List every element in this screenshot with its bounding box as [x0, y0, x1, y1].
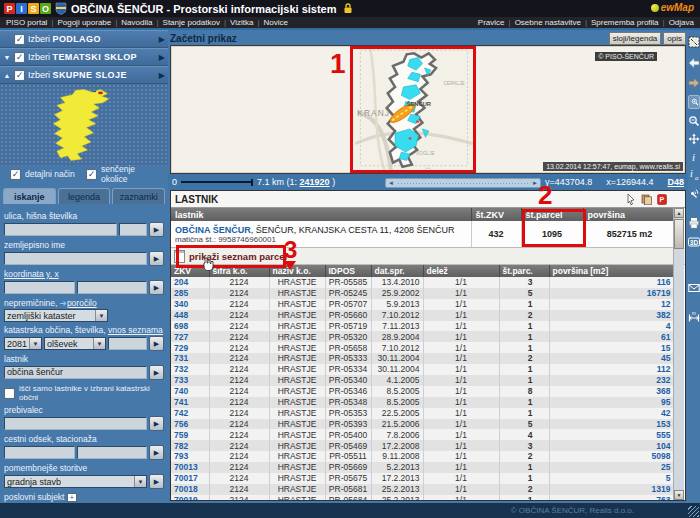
owner-col-zkv[interactable]: št.ZKV: [471, 208, 521, 221]
menu-link-pogoji-uporabe[interactable]: Pogoji uporabe: [57, 18, 111, 27]
parcel-row[interactable]: 7292124HRASTJEPR-056587.10.20121/1115: [171, 342, 676, 353]
parcels-col-2[interactable]: naziv k.o.: [269, 265, 325, 277]
parcels-col-5[interactable]: delež: [423, 265, 499, 277]
parcel-row[interactable]: 6982124HRASTJEPR-057197.11.20131/114: [171, 321, 676, 332]
road-search-button[interactable]: ▶: [149, 445, 164, 460]
overview-map[interactable]: [0, 84, 168, 166]
cadastral-number-input[interactable]: [108, 337, 147, 350]
cadastral-list-link[interactable]: vnos seznama: [108, 325, 163, 335]
owner-name-link[interactable]: OBČINA ŠENČUR: [175, 225, 251, 235]
menu-link-osebne-nastavitve[interactable]: Osebne nastavitve: [515, 18, 581, 27]
parcel-row[interactable]: 7932124HRASTJEPR-055119.11.20081/125098: [171, 451, 676, 462]
road-section-input[interactable]: [4, 446, 75, 459]
parcel-row[interactable]: 700192124HRASTJEPR-0568425.2.20131/11763: [171, 495, 676, 501]
layer-checkbox[interactable]: [14, 52, 25, 63]
accordion-toggle-icon[interactable]: ▲: [3, 72, 11, 79]
parcels-col-1[interactable]: šifra k.o.: [209, 265, 269, 277]
tab-iskanje[interactable]: iskanje: [3, 188, 56, 204]
cadastral-search-button[interactable]: ▶: [149, 336, 164, 351]
gps-icon[interactable]: [688, 185, 700, 199]
menu-link-piso-portal[interactable]: PISO portal: [6, 18, 47, 27]
parcels-col-0[interactable]: ZKV: [171, 265, 209, 277]
services-select[interactable]: gradnja stavb ▼: [4, 475, 147, 488]
menu-link-sprememba-profila[interactable]: Sprememba profila: [591, 18, 659, 27]
parcel-row[interactable]: 700182124HRASTJEPR-0568125.2.20131/12131…: [171, 484, 676, 495]
house-number-input[interactable]: [119, 223, 147, 236]
parcel-row[interactable]: 2042124HRASTJEPR-0558513.4.20101/13116: [171, 277, 676, 288]
street-search-button[interactable]: ▶: [149, 222, 164, 237]
zoom-out-icon[interactable]: [688, 114, 700, 128]
parcel-row[interactable]: 7402124HRASTJEPR-053468.5.20051/18368: [171, 386, 676, 397]
parcel-row[interactable]: 2852124HRASTJEPR-0524525.9.20021/1516719: [171, 288, 676, 299]
description-button[interactable]: opis: [663, 32, 686, 45]
coordinate-search-button[interactable]: ▶: [149, 280, 164, 295]
cadastral-code-select[interactable]: 2081 ▼: [4, 337, 42, 350]
parcel-row[interactable]: 3402124HRASTJEPR-057075.9.20131/1112: [171, 299, 676, 310]
show-parcels-link[interactable]: prikaži seznam parcel: [189, 251, 287, 262]
coordinate-x-input[interactable]: [77, 281, 148, 294]
parcels-col-7[interactable]: površina [m2]: [549, 265, 676, 277]
parcel-row[interactable]: 7272124HRASTJEPR-0532028.9.20041/1161: [171, 331, 676, 342]
pan-icon[interactable]: [688, 132, 700, 146]
geoname-search-button[interactable]: ▶: [149, 251, 164, 266]
coordinate-y-input[interactable]: [4, 281, 75, 294]
print-icon[interactable]: [688, 216, 700, 230]
piso-logo[interactable]: PISO: [4, 3, 51, 14]
pdf-icon[interactable]: P: [657, 194, 667, 205]
back-icon[interactable]: [688, 56, 700, 70]
parcel-row[interactable]: 7422124HRASTJEPR-0535322.5.20051/1142: [171, 408, 676, 419]
scroll-thumb[interactable]: [674, 219, 684, 249]
menu-link-odjava[interactable]: Odjava: [669, 18, 694, 27]
accordion-skupne-sloje[interactable]: ▲Izberi SKUPNE SLOJE▶: [0, 66, 168, 84]
menu-link-stanje-podatkov[interactable]: Stanje podatkov: [163, 18, 220, 27]
zoom-in-icon[interactable]: [688, 95, 700, 109]
parcel-row[interactable]: 7562124HRASTJEPR-0539321.5.20061/15153: [171, 419, 676, 430]
mail-icon[interactable]: [688, 281, 700, 295]
owner-input[interactable]: občina šenčur: [4, 366, 147, 379]
street-input[interactable]: [4, 223, 117, 236]
parcel-row[interactable]: 7592124HRASTJEPR-054007.8.20061/14555: [171, 429, 676, 440]
scroll-down-icon[interactable]: ▼: [674, 490, 684, 500]
realestate-select[interactable]: zemljiški kataster ▼: [4, 309, 108, 322]
forward-icon[interactable]: [688, 76, 700, 90]
parcel-row[interactable]: 7332124HRASTJEPR-053404.1.20051/11232: [171, 375, 676, 386]
threed-icon[interactable]: 3D: [688, 235, 700, 249]
owner-col-lastnik[interactable]: lastnik: [171, 208, 471, 221]
panel-splitter[interactable]: ◄ ►: [385, 178, 541, 188]
info-g-icon[interactable]: ig: [688, 167, 700, 181]
parcel-row[interactable]: 700132124HRASTJEPR-056695.2.20131/1125: [171, 462, 676, 473]
accordion-toggle-icon[interactable]: ▼: [3, 54, 11, 61]
resident-search-button[interactable]: ▶: [149, 416, 164, 431]
map-canvas[interactable]: KRANJ ŠENČUR CERKLJE VOGLJE © PISO-ŠENČU…: [170, 45, 686, 174]
menu-link-navodila[interactable]: Navodila: [121, 18, 152, 27]
scroll-up-icon[interactable]: ▲: [674, 208, 684, 218]
geoname-input[interactable]: [4, 252, 147, 265]
layer-checkbox[interactable]: [14, 70, 25, 81]
measure-icon[interactable]: m: [688, 310, 700, 324]
parcel-row[interactable]: 4482124HRASTJEPR-056607.10.20121/12382: [171, 310, 676, 321]
option-checkbox[interactable]: [10, 169, 21, 180]
tab-legenda[interactable]: legenda: [58, 188, 111, 204]
accordion-podlago[interactable]: Izberi PODLAGO▶: [0, 30, 168, 48]
tab-zaznamki[interactable]: zaznamki: [112, 188, 165, 204]
plus-icon[interactable]: +: [67, 493, 77, 502]
owner-row[interactable]: OBČINA ŠENČUR, ŠENČUR, KRANJSKA CESTA 11…: [171, 221, 676, 248]
menu-link-novice[interactable]: Novice: [264, 18, 288, 27]
resident-input[interactable]: [4, 417, 147, 430]
parcels-col-3[interactable]: IDPOS: [325, 265, 371, 277]
parcels-col-6[interactable]: št.parc.: [499, 265, 549, 277]
owner-filter-checkbox[interactable]: [4, 388, 15, 399]
accordion-tematski-sklop[interactable]: ▼Izberi TEMATSKI SKLOP▶: [0, 48, 168, 66]
resize-grip[interactable]: [688, 506, 699, 517]
parcel-row[interactable]: 700172124HRASTJEPR-0567517.2.20131/115: [171, 473, 676, 484]
road-station-input[interactable]: [77, 446, 148, 459]
owner-col-area[interactable]: površina: [583, 208, 676, 221]
services-search-button[interactable]: ▶: [149, 474, 164, 489]
results-scrollbar[interactable]: ▲ ▼: [673, 208, 684, 500]
layers-legend-button[interactable]: sloji/legenda: [609, 32, 661, 45]
collapse-handle-icon[interactable]: ▼: [425, 167, 432, 174]
owner-col-parcel[interactable]: št.parcel: [521, 208, 583, 221]
owner-search-button[interactable]: ▶: [149, 365, 164, 380]
parcel-row[interactable]: 7822124HRASTJEPR-0546917.2.20081/13104: [171, 440, 676, 451]
copy-icon[interactable]: [641, 194, 652, 205]
